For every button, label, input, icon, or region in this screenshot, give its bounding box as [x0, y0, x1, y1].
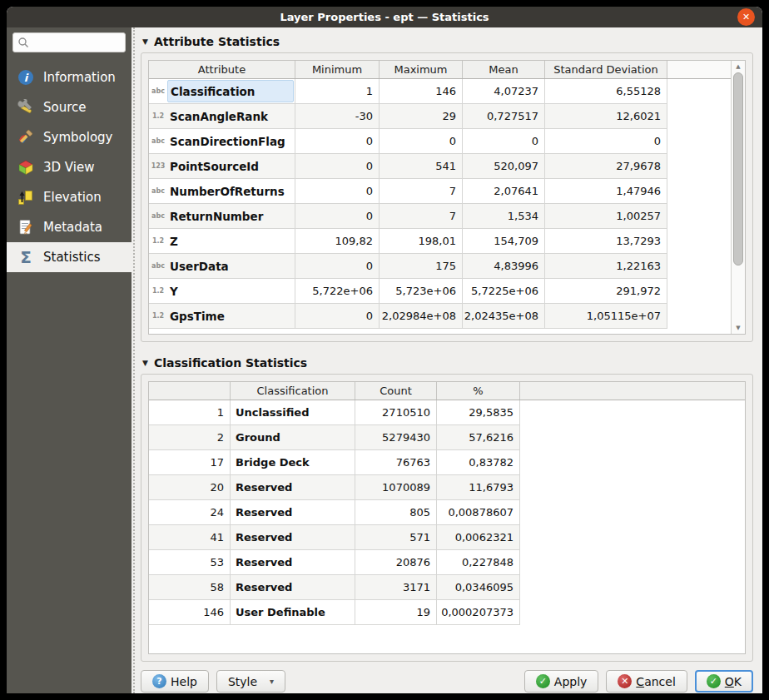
classification-percent-cell[interactable]: 29,5835 [437, 400, 520, 425]
classification-code-cell[interactable]: 58 [149, 575, 231, 600]
attribute-value-cell[interactable]: 4,83996 [463, 254, 545, 279]
classification-name-cell[interactable]: Reserved [231, 550, 355, 575]
classification-count-cell[interactable]: 1070089 [355, 475, 437, 500]
attribute-value-cell[interactable]: 175 [380, 254, 463, 279]
attribute-name-cell[interactable]: 1.2GpsTime [149, 304, 295, 329]
classification-name-cell[interactable]: Bridge Deck [231, 450, 355, 475]
classification-name-cell[interactable]: Reserved [231, 475, 355, 500]
classification-name-cell[interactable]: Reserved [231, 575, 355, 600]
sidebar-item-elevation[interactable]: Elevation [7, 182, 131, 212]
classification-code-cell[interactable]: 41 [149, 525, 231, 550]
scroll-down-icon[interactable]: ▼ [732, 322, 745, 334]
attribute-value-cell[interactable]: 13,7293 [545, 229, 667, 254]
attribute-value-cell[interactable]: 1,47946 [545, 179, 667, 204]
attribute-value-cell[interactable]: 0 [463, 129, 545, 154]
attribute-name-cell[interactable]: 123PointSourceId [149, 154, 295, 179]
attribute-name-cell[interactable]: abcReturnNumber [149, 204, 295, 229]
attribute-value-cell[interactable]: 109,82 [295, 229, 380, 254]
classification-code-cell[interactable]: 53 [149, 550, 231, 575]
sidebar-item-metadata[interactable]: Metadata [7, 212, 131, 242]
attribute-column-header[interactable]: Maximum [380, 61, 463, 78]
classification-statistics-group-header[interactable]: ▼ Classification Statistics [142, 355, 753, 370]
attribute-name-cell[interactable]: abcScanDirectionFlag [149, 129, 295, 154]
classification-count-cell[interactable]: 805 [355, 500, 437, 525]
classification-code-cell[interactable]: 146 [149, 600, 231, 625]
attribute-value-cell[interactable]: 0 [295, 254, 380, 279]
attribute-value-cell[interactable]: 198,01 [380, 229, 463, 254]
scrollbar-track[interactable] [732, 72, 745, 322]
attribute-table-scrollbar[interactable]: ▲ ▼ [731, 61, 745, 334]
attribute-value-cell[interactable]: 29 [380, 104, 463, 129]
attribute-value-cell[interactable]: 291,972 [545, 279, 667, 304]
attribute-value-cell[interactable]: 7 [380, 204, 463, 229]
apply-button[interactable]: ✓ Apply [524, 670, 599, 693]
classification-name-cell[interactable]: User Definable [231, 600, 355, 625]
attribute-name-cell[interactable]: 1.2Y [149, 279, 295, 304]
classification-percent-cell[interactable]: 0,000207373 [437, 600, 520, 625]
sidebar-item-3d-view[interactable]: 3D View [7, 152, 131, 182]
classification-count-cell[interactable]: 571 [355, 525, 437, 550]
classification-code-cell[interactable]: 24 [149, 500, 231, 525]
attribute-value-cell[interactable]: 0 [295, 204, 380, 229]
search-input[interactable] [33, 33, 123, 52]
help-button[interactable]: ? Help [141, 670, 209, 693]
classification-percent-cell[interactable]: 57,6216 [437, 425, 520, 450]
attribute-value-cell[interactable]: 1,05115e+07 [545, 304, 667, 329]
classification-percent-cell[interactable]: 0,0346095 [437, 575, 520, 600]
attribute-value-cell[interactable]: 146 [380, 79, 463, 104]
attribute-column-header[interactable]: Minimum [295, 61, 380, 78]
classification-count-cell[interactable]: 20876 [355, 550, 437, 575]
attribute-column-header[interactable]: Mean [463, 61, 545, 78]
classification-column-header[interactable]: % [437, 382, 520, 400]
attribute-value-cell[interactable]: 1,534 [463, 204, 545, 229]
sidebar-splitter[interactable] [131, 27, 136, 693]
classification-percent-cell[interactable]: 0,227848 [437, 550, 520, 575]
classification-code-cell[interactable]: 20 [149, 475, 231, 500]
classification-name-cell[interactable]: Reserved [231, 500, 355, 525]
attribute-value-cell[interactable]: 0 [545, 129, 667, 154]
classification-code-cell[interactable]: 1 [149, 400, 231, 425]
attribute-value-cell[interactable]: 5,722e+06 [295, 279, 380, 304]
attribute-value-cell[interactable]: 2,02984e+08 [380, 304, 463, 329]
classification-percent-cell[interactable]: 11,6793 [437, 475, 520, 500]
classification-count-cell[interactable]: 76763 [355, 450, 437, 475]
classification-name-cell[interactable]: Reserved [231, 525, 355, 550]
attribute-value-cell[interactable]: 0 [295, 154, 380, 179]
sidebar-item-information[interactable]: i Information [7, 62, 131, 92]
ok-button[interactable]: ✓ OK [695, 670, 753, 693]
classification-percent-cell[interactable]: 0,00878607 [437, 500, 520, 525]
attribute-value-cell[interactable]: 0 [295, 304, 380, 329]
classification-count-cell[interactable]: 5279430 [355, 425, 437, 450]
attribute-name-cell[interactable]: 1.2ScanAngleRank [149, 104, 295, 129]
titlebar[interactable]: Layer Properties - ept — Statistics ✕ [7, 7, 762, 27]
sidebar-item-statistics[interactable]: Σ Statistics [7, 242, 131, 272]
attribute-value-cell[interactable]: 5,7225e+06 [463, 279, 545, 304]
attribute-value-cell[interactable]: 0 [295, 179, 380, 204]
attribute-value-cell[interactable]: 1 [295, 79, 380, 104]
classification-count-cell[interactable]: 2710510 [355, 400, 437, 425]
classification-column-header[interactable] [149, 382, 231, 400]
classification-column-header[interactable]: Count [355, 382, 437, 400]
classification-count-cell[interactable]: 3171 [355, 575, 437, 600]
cancel-button[interactable]: ✕ Cancel [606, 670, 687, 693]
sidebar-item-symbology[interactable]: Symbology [7, 122, 131, 152]
attribute-value-cell[interactable]: -30 [295, 104, 380, 129]
attribute-name-cell[interactable]: abcUserData [149, 254, 295, 279]
attribute-value-cell[interactable]: 27,9678 [545, 154, 667, 179]
classification-percent-cell[interactable]: 0,0062321 [437, 525, 520, 550]
attribute-value-cell[interactable]: 6,55128 [545, 79, 667, 104]
attribute-name-cell[interactable]: abcClassification [149, 79, 295, 104]
scroll-up-icon[interactable]: ▲ [732, 61, 745, 72]
attribute-column-header[interactable]: Attribute [149, 61, 295, 78]
classification-percent-cell[interactable]: 0,83782 [437, 450, 520, 475]
classification-code-cell[interactable]: 2 [149, 425, 231, 450]
attribute-value-cell[interactable]: 2,02435e+08 [463, 304, 545, 329]
attribute-value-cell[interactable]: 154,709 [463, 229, 545, 254]
attribute-value-cell[interactable]: 4,07237 [463, 79, 545, 104]
attribute-value-cell[interactable]: 5,723e+06 [380, 279, 463, 304]
classification-name-cell[interactable]: Ground [231, 425, 355, 450]
attribute-value-cell[interactable]: 520,097 [463, 154, 545, 179]
attribute-statistics-group-header[interactable]: ▼ Attribute Statistics [142, 34, 753, 49]
attribute-value-cell[interactable]: 12,6021 [545, 104, 667, 129]
attribute-name-cell[interactable]: 1.2Z [149, 229, 295, 254]
